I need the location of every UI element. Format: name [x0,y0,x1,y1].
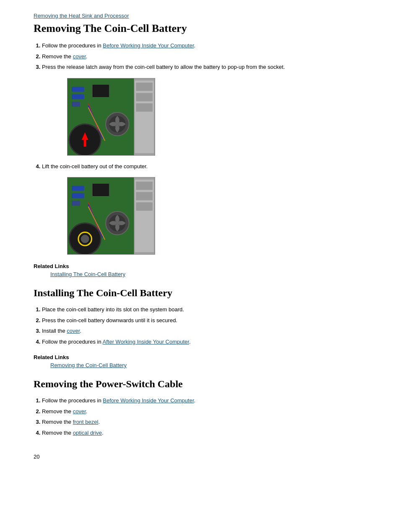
step-3-1: Follow the procedures in Before Working … [42,396,366,405]
svg-rect-11 [135,80,154,153]
step-1-3-text: Press the release latch away from the co… [42,64,285,70]
svg-rect-30 [93,185,108,196]
step-3-3-text: Remove the [42,419,73,425]
svg-rect-24 [72,193,84,198]
svg-rect-4 [72,102,80,107]
section1-related-links: Related Links Installing The Coin-Cell B… [34,263,366,277]
step-2-3-text: Install the [42,328,67,334]
section1-steps: Follow the procedures in Before Working … [42,42,366,71]
related-links-indent-2: Removing the Coin-Cell Battery [50,362,366,368]
computer-image-1 [67,78,155,156]
step-3-1-text: Follow the procedures in [42,397,103,404]
step-1-1-link[interactable]: Before Working Inside Your Computer [103,42,194,49]
step-3-4: Remove the optical drive. [42,429,366,437]
svg-rect-12 [136,82,153,91]
step-3-2-link[interactable]: cover [73,408,86,415]
step-2-1-text: Place the coin-cell battery into its slo… [42,306,184,313]
svg-rect-14 [136,103,153,112]
svg-rect-20 [84,140,86,146]
step-2-3: Install the cover. [42,327,366,335]
svg-rect-34 [136,192,153,201]
step-1-3: Press the release latch away from the co… [42,63,366,71]
section1-title: Removing The Coin-Cell Battery [34,22,366,35]
svg-rect-33 [136,182,153,190]
section2-related-link-1[interactable]: Removing the Coin-Cell Battery [50,362,127,368]
step-3-1-link[interactable]: Before Working Inside Your Computer [103,397,194,404]
svg-point-41 [81,235,89,243]
image2-container [67,177,366,255]
section2-related-links: Related Links Removing the Coin-Cell Bat… [34,354,366,368]
section3-steps: Follow the procedures in Before Working … [42,396,366,437]
step-3-4-link[interactable]: optical drive [73,430,102,436]
step-2-1: Place the coin-cell battery into its slo… [42,305,366,314]
svg-rect-3 [72,94,84,99]
step-2-4-link[interactable]: After Working Inside Your Computer [103,339,189,345]
step-1-1-text: Follow the procedures in [42,42,103,49]
step-1-4: Lift the coin-cell battery out of the co… [42,162,366,171]
computer-image-2 [67,177,155,255]
step-2-3-link[interactable]: cover [67,328,80,334]
section1-steps-continued: Lift the coin-cell battery out of the co… [42,162,366,171]
step-2-2-text: Press the coin-cell battery downwards un… [42,317,177,323]
svg-rect-2 [72,86,84,91]
svg-rect-35 [136,202,153,211]
related-links-label-2: Related Links [34,354,366,360]
step-1-1: Follow the procedures in Before Working … [42,42,366,50]
step-1-2-link[interactable]: cover [73,53,86,60]
section2-title: Installing The Coin-Cell Battery [34,287,366,299]
step-1-2-text: Remove the [42,53,73,60]
svg-rect-9 [93,85,108,96]
related-links-indent-1: Installing The Coin-Cell Battery [50,271,366,277]
svg-rect-25 [72,201,80,206]
step-2-4-text: Follow the procedures in [42,339,103,345]
step-3-2: Remove the cover. [42,407,366,416]
step-2-4: Follow the procedures in After Working I… [42,338,366,346]
step-3-3-link[interactable]: front bezel [73,419,99,425]
page-number: 20 [34,454,366,460]
step-3-2-text: Remove the [42,408,73,415]
step-2-2: Press the coin-cell battery downwards un… [42,316,366,325]
svg-rect-13 [136,93,153,101]
step-1-4-text: Lift the coin-cell battery out of the co… [42,163,148,170]
breadcrumb-link[interactable]: Removing the Heat Sink and Processor [34,13,129,19]
step-3-4-text: Remove the [42,430,73,436]
image1-container [67,78,366,156]
svg-rect-32 [135,180,154,252]
svg-rect-23 [72,186,84,191]
section3-title: Removing the Power-Switch Cable [34,378,366,390]
related-links-label-1: Related Links [34,263,366,269]
step-1-2: Remove the cover. [42,52,366,61]
breadcrumb: Removing the Heat Sink and Processor [34,13,366,19]
section1-related-link-1[interactable]: Installing The Coin-Cell Battery [50,271,125,277]
section2-steps: Place the coin-cell battery into its slo… [42,305,366,346]
step-3-3: Remove the front bezel. [42,418,366,426]
